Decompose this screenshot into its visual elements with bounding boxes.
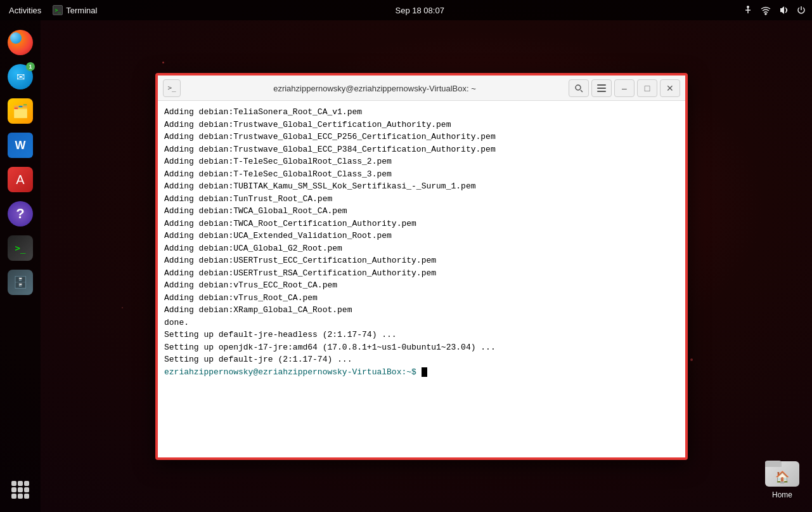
terminal-line: Adding debian:UCA_Extended_Validation_Ro… [164,230,679,242]
terminal-app-icon: >_ [53,5,63,15]
terminal-line: Adding debian:TWCA_Root_Certification_Au… [164,218,679,230]
svg-rect-8 [597,91,606,92]
terminal-line: Adding debian:TUBITAK_Kamu_SM_SSL_Kok_Se… [164,180,679,193]
appcenter-icon: A [8,167,33,192]
terminal-line: Setting up openjdk-17-jre:amd64 (17.0.8.… [164,341,679,354]
svg-point-3 [765,13,766,15]
svg-point-4 [576,85,581,90]
terminal-line: Adding debian:TunTrust_Root_CA.pem [164,193,679,206]
dock-item-terminal[interactable]: >_ [6,233,35,263]
terminal-line: Adding debian:Trustwave_Global_Certifica… [164,119,679,131]
dock-item-filemanager[interactable]: 🗄️ [6,268,35,297]
sound-icon[interactable] [778,4,789,16]
firefox-icon [8,30,33,55]
help-icon: ? [8,201,33,226]
dock-item-appcenter[interactable]: A [6,165,35,194]
topbar: Activities >_ Terminal Sep 18 08:07 [0,0,812,20]
home-folder-icon[interactable]: 🏠 Home [765,457,799,499]
network-icon[interactable] [760,4,771,16]
terminal-prompt-text: ezriahzippernowsky@ezriahzippernowsky-Vi… [164,367,422,377]
terminal-cursor [422,367,427,377]
activities-button[interactable]: Activities [5,6,45,15]
terminal-title: ezriahzippernowsky@ezriahzippernowsky-Vi… [273,84,476,93]
close-button[interactable]: ✕ [660,79,680,97]
home-folder-label: Home [772,490,792,499]
terminal-body[interactable]: Adding debian:TeliaSonera_Root_CA_v1.pem… [158,101,685,457]
terminal-window: >_ ezriahzippernowsky@ezriahzippernowsky… [155,73,688,460]
terminal-line: Adding debian:TeliaSonera_Root_CA_v1.pem [164,106,679,119]
topbar-app-name: Terminal [66,6,97,15]
search-button[interactable] [569,79,589,97]
terminal-line: Adding debian:Trustwave_Global_ECC_P384_… [164,143,679,156]
topbar-center: Sep 18 08:07 [396,6,444,15]
terminal-line: Adding debian:vTrus_ECC_Root_CA.pem [164,279,679,292]
terminal-line: Setting up default-jre-headless (2:1.17-… [164,329,679,341]
files-icon: 🗂️ [8,98,33,124]
topbar-app-indicator: >_ Terminal [53,5,97,15]
dock: 1 🗂️ W A ? >_ 🗄️ [0,20,41,512]
filemanager-icon: 🗄️ [8,270,33,295]
minimize-button[interactable]: – [614,79,635,97]
thunderbird-badge: 1 [26,62,35,71]
terminal-line: Adding debian:T-TeleSec_GlobalRoot_Class… [164,155,679,168]
writer-icon: W [8,133,33,158]
show-apps-icon [8,477,33,502]
maximize-button[interactable]: □ [637,79,657,97]
terminal-titlebar: >_ ezriahzippernowsky@ezriahzippernowsky… [158,75,685,101]
power-icon[interactable] [796,4,807,16]
minimize-icon: – [622,83,627,93]
topbar-right [742,4,807,16]
dock-item-thunderbird[interactable]: 1 [6,62,35,91]
dock-item-help[interactable]: ? [6,199,35,228]
terminal-line: Adding debian:UCA_Global_G2_Root.pem [164,242,679,255]
titlebar-left: >_ [163,79,181,97]
terminal-line: Setting up default-jre (2:1.17-74) ... [164,353,679,366]
svg-rect-7 [597,88,606,89]
svg-rect-6 [597,84,606,86]
terminal-line: Adding debian:T-TeleSec_GlobalRoot_Class… [164,168,679,181]
accessibility-icon[interactable] [742,4,754,16]
hamburger-menu-button[interactable] [591,79,612,97]
svg-point-0 [747,6,749,8]
titlebar-right: – □ ✕ [569,79,680,97]
terminal-tab-icon[interactable]: >_ [163,79,181,97]
terminal-line: Adding debian:Trustwave_Global_ECC_P256_… [164,131,679,143]
datetime-label: Sep 18 08:07 [396,6,444,15]
topbar-left: Activities >_ Terminal [5,5,97,15]
terminal-prompt-line: ezriahzippernowsky@ezriahzippernowsky-Vi… [164,366,679,379]
close-icon: ✕ [666,83,674,93]
titlebar-center: ezriahzippernowsky@ezriahzippernowsky-Vi… [181,82,569,94]
dock-item-firefox[interactable] [6,28,35,57]
dock-item-writer[interactable]: W [6,131,35,160]
terminal-line: Adding debian:USERTrust_RSA_Certificatio… [164,267,679,280]
dock-item-show-apps[interactable] [6,475,35,504]
terminal-icon: >_ [8,235,33,261]
svg-line-5 [581,90,583,92]
maximize-icon: □ [645,83,650,93]
terminal-line: done. [164,317,679,329]
terminal-line: Adding debian:USERTrust_ECC_Certificatio… [164,254,679,267]
dock-item-files[interactable]: 🗂️ [6,96,35,126]
terminal-line: Adding debian:vTrus_Root_CA.pem [164,292,679,305]
home-folder-graphic: 🏠 [765,457,799,487]
terminal-line: Adding debian:TWCA_Global_Root_CA.pem [164,205,679,218]
terminal-line: Adding debian:XRamp_Global_CA_Root.pem [164,304,679,317]
